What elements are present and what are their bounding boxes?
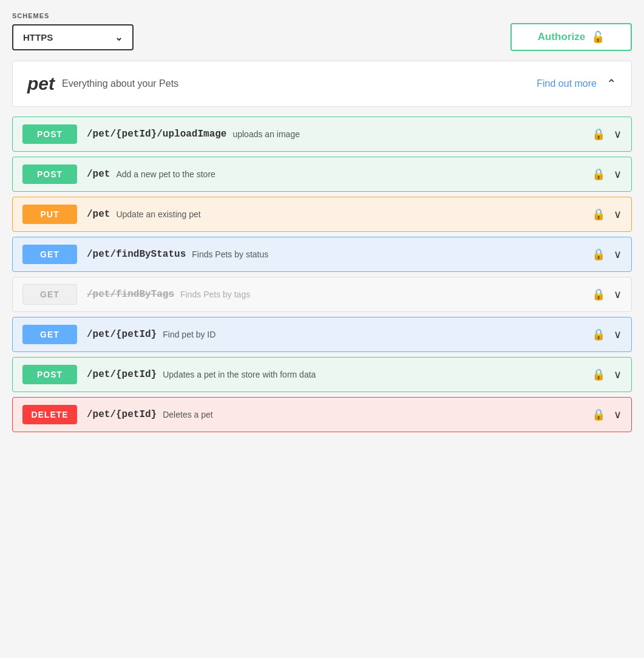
- scheme-select[interactable]: HTTPS ⌄: [12, 24, 134, 50]
- lock-icon: 🔒: [592, 208, 605, 221]
- chevron-down-icon: ⌄: [115, 32, 123, 43]
- api-row-right: 🔒∨: [592, 288, 622, 301]
- pet-section-left: pet Everything about your Pets: [27, 73, 178, 94]
- api-row-right: 🔒∨: [592, 208, 622, 221]
- method-badge-get: GET: [22, 325, 77, 344]
- api-summary: Add a new pet to the store: [116, 169, 215, 179]
- pet-title: pet: [27, 73, 55, 94]
- schemes-label: SCHEMES: [12, 12, 632, 19]
- api-rows-container: POST/pet/{petId}/uploadImageuploads an i…: [12, 117, 632, 432]
- expand-icon[interactable]: ∨: [614, 328, 622, 341]
- api-row-right: 🔒∨: [592, 408, 622, 421]
- lock-icon: 🔒: [592, 168, 605, 181]
- api-path: /pet/findByStatus: [87, 249, 186, 260]
- api-path: /pet/{petId}: [87, 329, 157, 340]
- schemes-section: SCHEMES HTTPS ⌄ Authorize 🔓: [12, 12, 632, 51]
- api-row: PUT/petUpdate an existing pet🔒∨: [12, 197, 632, 232]
- lock-open-icon: 🔓: [591, 30, 605, 44]
- api-summary: Updates a pet in the store with form dat…: [163, 370, 316, 379]
- expand-icon[interactable]: ∨: [614, 208, 622, 221]
- api-summary: Update an existing pet: [116, 209, 200, 219]
- expand-icon[interactable]: ∨: [614, 288, 622, 301]
- find-out-more-link[interactable]: Find out more: [537, 78, 597, 89]
- lock-icon: 🔒: [592, 408, 605, 421]
- api-row-right: 🔒∨: [592, 368, 622, 381]
- api-row: POST/pet/{petId}Updates a pet in the sto…: [12, 357, 632, 392]
- api-row: GET/pet/findByTagsFinds Pets by tags🔒∨: [12, 277, 632, 312]
- method-badge-get: GET: [22, 245, 77, 264]
- collapse-icon[interactable]: ⌃: [606, 76, 617, 91]
- lock-icon: 🔒: [592, 248, 605, 261]
- lock-icon: 🔒: [592, 368, 605, 381]
- authorize-label: Authorize: [538, 31, 585, 43]
- method-badge-post: POST: [22, 365, 77, 384]
- method-badge-post: POST: [22, 164, 77, 184]
- method-badge-get: GET: [22, 284, 77, 305]
- api-summary: Finds Pets by tags: [180, 290, 250, 299]
- expand-icon[interactable]: ∨: [614, 127, 622, 141]
- api-summary: Deletes a pet: [163, 410, 213, 419]
- api-row-right: 🔒∨: [592, 127, 622, 141]
- api-row: POST/pet/{petId}/uploadImageuploads an i…: [12, 117, 632, 152]
- expand-icon[interactable]: ∨: [614, 368, 622, 381]
- lock-icon: 🔒: [592, 288, 605, 301]
- pet-section-header: pet Everything about your Pets Find out …: [12, 61, 632, 107]
- api-path: /pet: [87, 209, 110, 220]
- api-path: /pet: [87, 169, 110, 180]
- api-row-right: 🔒∨: [592, 168, 622, 181]
- api-row: POST/petAdd a new pet to the store🔒∨: [12, 157, 632, 192]
- api-row-right: 🔒∨: [592, 248, 622, 261]
- api-row: DELETE/pet/{petId}Deletes a pet🔒∨: [12, 397, 632, 432]
- api-row-right: 🔒∨: [592, 328, 622, 341]
- pet-section-right: Find out more ⌃: [537, 76, 617, 91]
- expand-icon[interactable]: ∨: [614, 408, 622, 421]
- api-summary: Finds Pets by status: [192, 249, 268, 259]
- api-row: GET/pet/findByStatusFinds Pets by status…: [12, 237, 632, 272]
- lock-icon: 🔒: [592, 127, 605, 141]
- api-summary: Find pet by ID: [163, 330, 215, 339]
- method-badge-post: POST: [22, 124, 77, 144]
- authorize-button[interactable]: Authorize 🔓: [510, 23, 632, 51]
- lock-icon: 🔒: [592, 328, 605, 341]
- api-path: /pet/findByTags: [87, 289, 174, 300]
- api-path: /pet/{petId}/uploadImage: [87, 129, 226, 140]
- pet-description: Everything about your Pets: [62, 78, 178, 89]
- method-badge-delete: DELETE: [22, 405, 77, 424]
- api-summary: uploads an image: [232, 129, 300, 139]
- scheme-value: HTTPS: [23, 32, 53, 42]
- api-path: /pet/{petId}: [87, 369, 157, 380]
- api-path: /pet/{petId}: [87, 409, 157, 420]
- expand-icon[interactable]: ∨: [614, 168, 622, 181]
- method-badge-put: PUT: [22, 205, 77, 224]
- schemes-row: HTTPS ⌄ Authorize 🔓: [12, 23, 632, 51]
- expand-icon[interactable]: ∨: [614, 248, 622, 261]
- api-row: GET/pet/{petId}Find pet by ID🔒∨: [12, 317, 632, 352]
